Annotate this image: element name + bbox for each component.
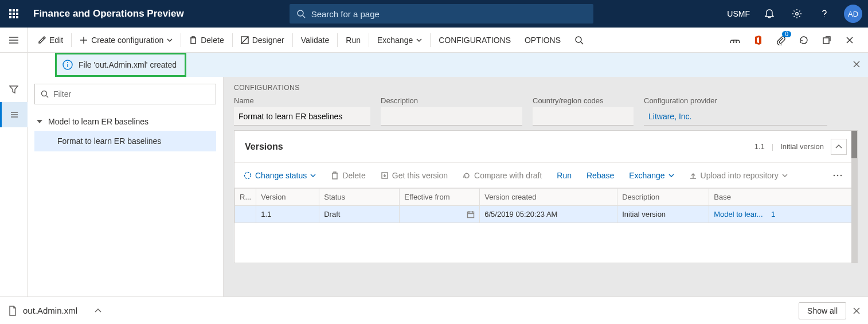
tree-child-format[interactable]: Format to learn ER baselines — [34, 131, 216, 151]
tree-child-label: Format to learn ER baselines — [57, 136, 161, 146]
global-search[interactable] — [290, 4, 593, 24]
info-close-button[interactable] — [853, 60, 860, 69]
cell-status: Draft — [319, 206, 400, 223]
col-desc[interactable]: Description — [617, 189, 709, 206]
col-eff[interactable]: Effective from — [400, 189, 480, 206]
list-icon — [10, 111, 19, 119]
nav-toggle[interactable] — [0, 28, 28, 52]
desc-field[interactable] — [381, 107, 522, 126]
trash-icon — [331, 171, 339, 179]
svg-line-12 — [581, 42, 583, 44]
options-tab[interactable]: OPTIONS — [518, 28, 568, 53]
scrollbar-track[interactable] — [851, 131, 857, 263]
rebase-label: Rebase — [587, 171, 614, 180]
trash-icon — [189, 36, 197, 44]
filter-input[interactable] — [53, 89, 210, 99]
company-selector[interactable]: USMF — [721, 9, 756, 18]
popout-icon — [822, 36, 831, 45]
scrollbar-thumb[interactable] — [851, 131, 857, 158]
base-ver-link[interactable]: 1 — [771, 210, 775, 218]
cell-version: 1.1 — [256, 206, 319, 223]
filter-pane-button[interactable] — [0, 77, 28, 102]
version-run-button[interactable]: Run — [551, 163, 577, 188]
connector-icon[interactable] — [725, 30, 745, 50]
ctry-field[interactable] — [533, 107, 634, 126]
close-button[interactable] — [839, 30, 860, 50]
versions-grid[interactable]: R... Version Status Effective from Versi… — [234, 188, 857, 263]
exchange-button[interactable]: Exchange — [370, 28, 429, 53]
versions-meta-version: 1.1 — [754, 142, 765, 151]
user-avatar[interactable]: AD — [844, 5, 862, 23]
calendar-icon[interactable] — [467, 210, 475, 218]
divider — [337, 33, 338, 47]
provider-field[interactable] — [644, 107, 827, 126]
change-status-button[interactable]: Change status — [238, 163, 322, 188]
designer-button[interactable]: Designer — [234, 28, 291, 53]
office-button[interactable] — [748, 30, 768, 50]
base-link[interactable]: Model to lear... — [714, 210, 763, 218]
version-delete-button[interactable]: Delete — [325, 163, 371, 188]
options-label: OPTIONS — [525, 36, 561, 45]
configurations-tab[interactable]: CONFIGURATIONS — [432, 28, 518, 53]
spacer — [0, 53, 28, 77]
designer-label: Designer — [252, 36, 284, 45]
tree-parent-model[interactable]: Model to learn ER baselines — [34, 112, 216, 131]
versions-collapse-button[interactable] — [831, 139, 847, 155]
page-search-button[interactable] — [568, 28, 591, 53]
svg-point-30 — [840, 174, 842, 176]
col-version[interactable]: Version — [256, 189, 319, 206]
download-filename[interactable]: out.Admin.xml — [23, 306, 77, 315]
svg-point-18 — [67, 62, 68, 63]
edit-button[interactable]: Edit — [31, 28, 70, 53]
col-base[interactable]: Base — [709, 189, 857, 206]
app-launcher[interactable] — [0, 0, 28, 28]
col-status[interactable]: Status — [319, 189, 400, 206]
exchange-label: Exchange — [377, 36, 413, 45]
col-r[interactable]: R... — [235, 189, 256, 206]
compare-button[interactable]: Compare with draft — [457, 163, 548, 188]
name-label: Name — [234, 96, 370, 105]
rebase-button[interactable]: Rebase — [581, 163, 620, 188]
grid-row[interactable]: 1.1 Draft 6/5/2019 05:20:23 AM Initial v… — [235, 206, 857, 223]
help-button[interactable] — [811, 0, 838, 28]
versions-panel: Versions 1.1 | Initial version Change st… — [234, 130, 858, 263]
version-exchange-button[interactable]: Exchange — [623, 163, 679, 188]
create-config-button[interactable]: Create configuration — [73, 28, 179, 53]
bell-icon — [764, 9, 775, 19]
show-all-button[interactable]: Show all — [799, 302, 846, 319]
hamburger-icon — [9, 36, 18, 44]
upload-icon — [689, 171, 697, 179]
cell-created: 6/5/2019 05:20:23 AM — [480, 206, 617, 223]
delete-button[interactable]: Delete — [182, 28, 230, 53]
global-search-input[interactable] — [311, 9, 587, 19]
filter-box[interactable] — [34, 84, 216, 104]
chevron-down-icon — [668, 174, 674, 177]
delete-label: Delete — [201, 36, 224, 45]
divider — [292, 33, 293, 47]
svg-rect-31 — [468, 212, 474, 217]
provider-label: Configuration provider — [644, 96, 827, 105]
col-created[interactable]: Version created — [480, 189, 617, 206]
attachments-badge: 0 — [782, 31, 791, 37]
refresh-button[interactable] — [793, 30, 814, 50]
question-icon — [819, 9, 830, 19]
office-icon — [753, 35, 763, 45]
upload-button[interactable]: Upload into repository — [683, 163, 793, 188]
validate-button[interactable]: Validate — [294, 28, 337, 53]
run-button[interactable]: Run — [339, 28, 367, 53]
list-pane-button[interactable] — [0, 102, 28, 127]
svg-rect-13 — [823, 38, 829, 44]
close-icon[interactable] — [853, 307, 860, 314]
settings-button[interactable] — [783, 0, 811, 28]
attachments-button[interactable]: 0 — [771, 30, 791, 50]
chevron-up-icon[interactable] — [95, 309, 101, 313]
waffle-icon — [9, 9, 18, 18]
run-label: Run — [346, 36, 361, 45]
cell-base: Model to lear... 1 — [709, 206, 857, 223]
tree-parent-label: Model to learn ER baselines — [48, 117, 148, 126]
more-button[interactable] — [827, 165, 848, 186]
name-field[interactable] — [234, 107, 370, 126]
notifications-button[interactable] — [756, 0, 783, 28]
get-version-button[interactable]: Get this version — [375, 163, 453, 188]
popout-button[interactable] — [816, 30, 837, 50]
